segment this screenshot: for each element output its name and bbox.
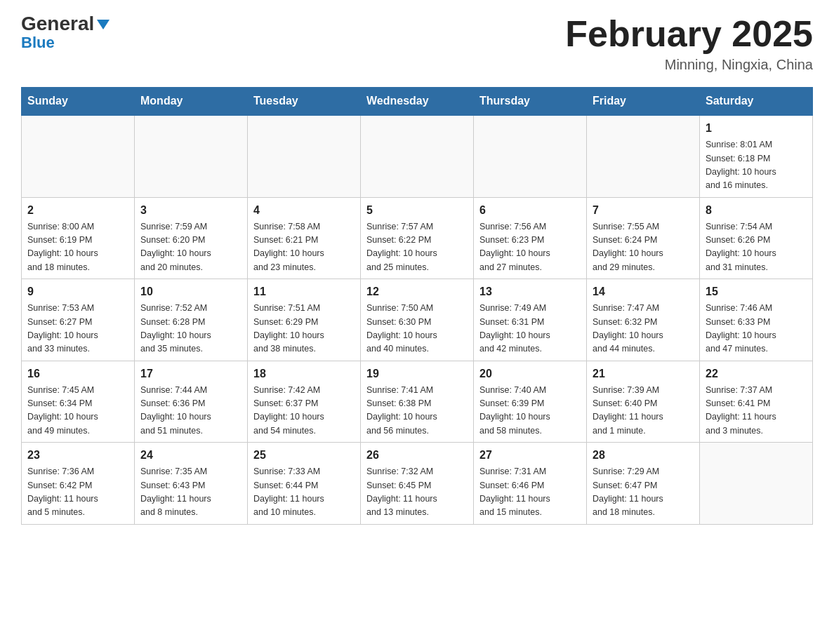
day-info: Sunrise: 7:36 AMSunset: 6:42 PMDaylight:… (27, 465, 128, 520)
calendar-cell: 18Sunrise: 7:42 AMSunset: 6:37 PMDayligh… (248, 361, 361, 443)
calendar-cell: 6Sunrise: 7:56 AMSunset: 6:23 PMDaylight… (474, 197, 587, 279)
day-info: Sunrise: 7:42 AMSunset: 6:37 PMDaylight:… (253, 384, 355, 438)
day-info: Sunrise: 7:49 AMSunset: 6:31 PMDaylight:… (479, 302, 581, 356)
day-info: Sunrise: 7:39 AMSunset: 6:40 PMDaylight:… (593, 384, 694, 438)
day-info: Sunrise: 7:47 AMSunset: 6:32 PMDaylight:… (593, 302, 694, 356)
calendar-cell: 23Sunrise: 7:36 AMSunset: 6:42 PMDayligh… (22, 443, 135, 525)
day-info: Sunrise: 7:29 AMSunset: 6:47 PMDaylight:… (593, 465, 694, 520)
day-number: 15 (706, 283, 807, 300)
calendar-table: SundayMondayTuesdayWednesdayThursdayFrid… (21, 87, 813, 525)
logo: General Blue (21, 14, 111, 52)
calendar-cell (587, 115, 700, 197)
day-number: 6 (479, 202, 581, 219)
calendar-cell (135, 115, 248, 197)
day-number: 4 (253, 202, 355, 219)
calendar-cell: 17Sunrise: 7:44 AMSunset: 6:36 PMDayligh… (135, 361, 248, 443)
day-number: 7 (593, 202, 694, 219)
day-info: Sunrise: 7:52 AMSunset: 6:28 PMDaylight:… (140, 302, 241, 356)
calendar-cell: 14Sunrise: 7:47 AMSunset: 6:32 PMDayligh… (587, 279, 700, 361)
calendar-body: 1Sunrise: 8:01 AMSunset: 6:18 PMDaylight… (22, 115, 813, 524)
calendar-cell: 19Sunrise: 7:41 AMSunset: 6:38 PMDayligh… (361, 361, 474, 443)
day-info: Sunrise: 7:44 AMSunset: 6:36 PMDaylight:… (140, 384, 241, 438)
day-info: Sunrise: 7:50 AMSunset: 6:30 PMDaylight:… (366, 302, 468, 356)
logo-arrow-icon (95, 17, 111, 32)
calendar-week-row: 9Sunrise: 7:53 AMSunset: 6:27 PMDaylight… (22, 279, 813, 361)
day-info: Sunrise: 7:46 AMSunset: 6:33 PMDaylight:… (706, 302, 807, 356)
day-info: Sunrise: 7:31 AMSunset: 6:46 PMDaylight:… (479, 465, 581, 520)
page-header: General Blue February 2025 Minning, Ning… (21, 14, 813, 73)
day-info: Sunrise: 7:57 AMSunset: 6:22 PMDaylight:… (366, 220, 468, 275)
calendar-week-row: 23Sunrise: 7:36 AMSunset: 6:42 PMDayligh… (22, 443, 813, 525)
calendar-day-header: Sunday (22, 88, 135, 116)
svg-marker-0 (97, 20, 110, 29)
day-number: 19 (366, 365, 468, 382)
day-info: Sunrise: 7:54 AMSunset: 6:26 PMDaylight:… (706, 220, 807, 275)
day-number: 12 (366, 283, 468, 300)
calendar-day-header: Wednesday (361, 88, 474, 116)
day-number: 10 (140, 283, 241, 300)
day-number: 21 (593, 365, 694, 382)
calendar-cell: 4Sunrise: 7:58 AMSunset: 6:21 PMDaylight… (248, 197, 361, 279)
calendar-cell (474, 115, 587, 197)
calendar-week-row: 2Sunrise: 8:00 AMSunset: 6:19 PMDaylight… (22, 197, 813, 279)
calendar-week-row: 16Sunrise: 7:45 AMSunset: 6:34 PMDayligh… (22, 361, 813, 443)
day-number: 11 (253, 283, 355, 300)
day-info: Sunrise: 7:59 AMSunset: 6:20 PMDaylight:… (140, 220, 241, 275)
calendar-day-header: Thursday (474, 88, 587, 116)
calendar-cell: 10Sunrise: 7:52 AMSunset: 6:28 PMDayligh… (135, 279, 248, 361)
day-info: Sunrise: 7:37 AMSunset: 6:41 PMDaylight:… (706, 384, 807, 438)
day-info: Sunrise: 7:32 AMSunset: 6:45 PMDaylight:… (366, 465, 468, 520)
calendar-cell: 26Sunrise: 7:32 AMSunset: 6:45 PMDayligh… (361, 443, 474, 525)
location: Minning, Ningxia, China (565, 57, 813, 73)
calendar-cell: 16Sunrise: 7:45 AMSunset: 6:34 PMDayligh… (22, 361, 135, 443)
day-info: Sunrise: 7:58 AMSunset: 6:21 PMDaylight:… (253, 220, 355, 275)
day-number: 18 (253, 365, 355, 382)
day-number: 1 (706, 120, 807, 137)
calendar-cell: 20Sunrise: 7:40 AMSunset: 6:39 PMDayligh… (474, 361, 587, 443)
calendar-day-header: Tuesday (248, 88, 361, 116)
calendar-cell: 12Sunrise: 7:50 AMSunset: 6:30 PMDayligh… (361, 279, 474, 361)
calendar-cell (22, 115, 135, 197)
day-number: 2 (27, 202, 128, 219)
day-number: 13 (479, 283, 581, 300)
calendar-header-row: SundayMondayTuesdayWednesdayThursdayFrid… (22, 88, 813, 116)
calendar-cell (248, 115, 361, 197)
calendar-day-header: Saturday (700, 88, 813, 116)
day-info: Sunrise: 7:56 AMSunset: 6:23 PMDaylight:… (479, 220, 581, 275)
day-info: Sunrise: 7:45 AMSunset: 6:34 PMDaylight:… (27, 384, 128, 438)
calendar-cell: 11Sunrise: 7:51 AMSunset: 6:29 PMDayligh… (248, 279, 361, 361)
calendar-cell: 1Sunrise: 8:01 AMSunset: 6:18 PMDaylight… (700, 115, 813, 197)
day-number: 16 (27, 365, 128, 382)
month-title: February 2025 (565, 14, 813, 54)
day-info: Sunrise: 8:01 AMSunset: 6:18 PMDaylight:… (706, 138, 807, 193)
calendar-cell: 22Sunrise: 7:37 AMSunset: 6:41 PMDayligh… (700, 361, 813, 443)
calendar-week-row: 1Sunrise: 8:01 AMSunset: 6:18 PMDaylight… (22, 115, 813, 197)
day-number: 14 (593, 283, 694, 300)
day-info: Sunrise: 7:41 AMSunset: 6:38 PMDaylight:… (366, 384, 468, 438)
calendar-cell: 9Sunrise: 7:53 AMSunset: 6:27 PMDaylight… (22, 279, 135, 361)
calendar-cell: 21Sunrise: 7:39 AMSunset: 6:40 PMDayligh… (587, 361, 700, 443)
calendar-cell: 7Sunrise: 7:55 AMSunset: 6:24 PMDaylight… (587, 197, 700, 279)
day-number: 5 (366, 202, 468, 219)
calendar-day-header: Monday (135, 88, 248, 116)
day-info: Sunrise: 7:40 AMSunset: 6:39 PMDaylight:… (479, 384, 581, 438)
calendar-cell: 27Sunrise: 7:31 AMSunset: 6:46 PMDayligh… (474, 443, 587, 525)
day-number: 22 (706, 365, 807, 382)
calendar-cell: 5Sunrise: 7:57 AMSunset: 6:22 PMDaylight… (361, 197, 474, 279)
calendar-cell: 8Sunrise: 7:54 AMSunset: 6:26 PMDaylight… (700, 197, 813, 279)
calendar-day-header: Friday (587, 88, 700, 116)
calendar-cell: 3Sunrise: 7:59 AMSunset: 6:20 PMDaylight… (135, 197, 248, 279)
logo-blue: Blue (21, 34, 55, 52)
logo-general: General (21, 14, 94, 34)
calendar-cell: 28Sunrise: 7:29 AMSunset: 6:47 PMDayligh… (587, 443, 700, 525)
calendar-cell (361, 115, 474, 197)
day-number: 17 (140, 365, 241, 382)
calendar-cell: 15Sunrise: 7:46 AMSunset: 6:33 PMDayligh… (700, 279, 813, 361)
day-number: 9 (27, 283, 128, 300)
calendar-cell: 25Sunrise: 7:33 AMSunset: 6:44 PMDayligh… (248, 443, 361, 525)
day-number: 28 (593, 447, 694, 464)
day-info: Sunrise: 7:33 AMSunset: 6:44 PMDaylight:… (253, 465, 355, 520)
day-number: 25 (253, 447, 355, 464)
day-number: 20 (479, 365, 581, 382)
day-number: 24 (140, 447, 241, 464)
